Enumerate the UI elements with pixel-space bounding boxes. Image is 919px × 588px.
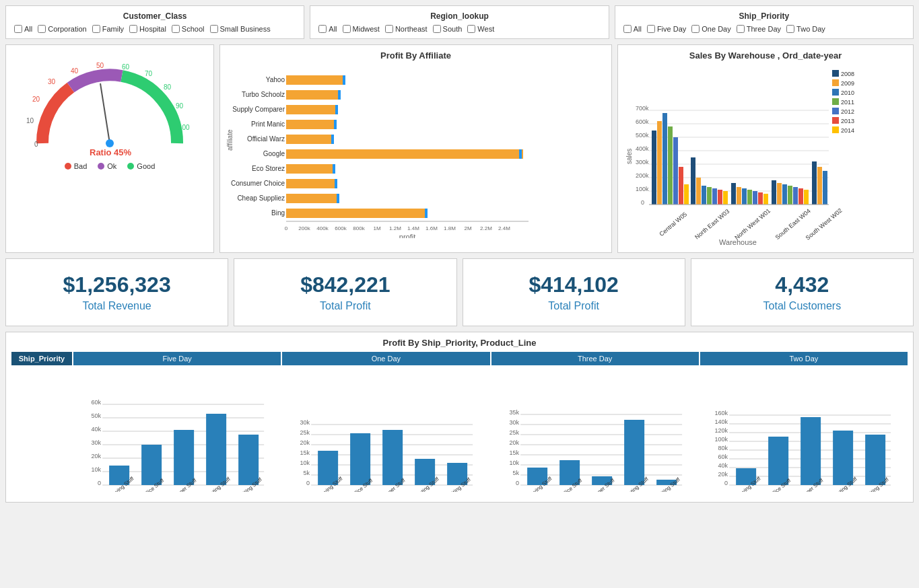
warehouse-title: Sales By Warehouse , Ord_date-year [623,50,908,61]
svg-rect-26 [334,120,337,129]
svg-text:500k: 500k [636,132,649,139]
filter-all-ship[interactable]: All [623,25,642,33]
svg-text:60k: 60k [92,399,102,406]
one-day-chart: 0 5k 10k 15k 20k 25k 30k [281,368,489,497]
svg-text:600k: 600k [335,225,347,231]
svg-rect-95 [673,137,678,205]
svg-rect-23 [335,105,338,114]
filter-west[interactable]: West [467,25,494,33]
svg-rect-102 [712,188,717,205]
svg-text:400k: 400k [636,145,649,152]
svg-text:2.4M: 2.4M [498,225,510,231]
five-day-chart: 0 10k 20k 30k 40k 50k 60k [72,368,281,497]
svg-text:25k: 25k [509,429,519,436]
svg-text:60: 60 [122,63,130,71]
filter-one-day[interactable]: One Day [691,25,730,33]
svg-text:Bing: Bing [271,209,285,217]
svg-text:30: 30 [48,78,56,85]
svg-text:10: 10 [26,117,34,124]
svg-text:2008: 2008 [841,71,854,77]
filter-school[interactable]: School [172,25,205,33]
legend-good: Good [127,162,155,170]
svg-text:0: 0 [306,480,310,486]
svg-text:0: 0 [285,225,288,231]
three-day-chart: 0 5k 10k 15k 20k 25k 30k 35k [490,368,699,497]
svg-text:Eco Storez: Eco Storez [252,165,285,172]
filter-corporation[interactable]: Corporation [38,25,86,33]
svg-rect-20 [338,90,341,100]
svg-text:40: 40 [71,67,79,75]
svg-rect-146 [206,414,226,485]
kpi-profit2-value: $414,102 [474,272,674,297]
svg-text:North East W03: North East W03 [693,208,730,240]
svg-rect-29 [331,135,334,144]
svg-text:1.8M: 1.8M [444,225,456,231]
filter-all-region[interactable]: All [318,25,337,33]
svg-text:0: 0 [98,480,101,486]
svg-text:0: 0 [516,480,519,486]
svg-text:Consumer Choice: Consumer Choice [231,180,285,187]
svg-text:70: 70 [145,70,153,77]
svg-rect-28 [286,135,333,144]
five-day-header: Five Day [73,352,281,365]
filter-northeast[interactable]: Northeast [385,25,428,33]
kpi-profit1-value: $842,221 [245,272,445,297]
filter-small-business[interactable]: Small Business [210,25,271,33]
svg-text:100k: 100k [714,436,728,443]
svg-text:sales: sales [625,149,633,164]
filter-all-cc[interactable]: All [14,25,32,33]
region-title: Region_lookup [318,11,600,21]
svg-text:40k: 40k [718,462,728,469]
two-day-header: Two Day [700,352,908,365]
one-day-header: One Day [282,352,489,365]
svg-text:2010: 2010 [841,89,854,96]
svg-rect-66 [832,98,839,105]
svg-text:160k: 160k [714,410,728,416]
kpi-customers-value: 4,432 [702,272,902,297]
svg-rect-92 [657,121,662,205]
svg-text:50k: 50k [92,412,102,419]
svg-text:Cheap Suppliez: Cheap Suppliez [237,194,285,202]
svg-text:5k: 5k [304,470,310,476]
filter-south[interactable]: South [433,25,463,33]
svg-text:20k: 20k [509,439,519,446]
svg-rect-94 [668,126,673,205]
svg-text:10k: 10k [300,460,310,466]
filter-family[interactable]: Family [92,25,124,33]
filter-hospital[interactable]: Hospital [129,25,166,33]
filter-midwest[interactable]: Midwest [343,25,380,33]
svg-rect-106 [737,187,741,205]
legend-ok: Ok [98,162,116,170]
five-day-svg: 0 10k 20k 30k 40k 50k 60k [75,371,278,492]
gauge-legend: Bad Ok Good [65,162,156,170]
svg-text:20k: 20k [718,471,728,478]
svg-text:15k: 15k [509,449,519,456]
svg-text:2014: 2014 [841,127,854,134]
svg-text:10k: 10k [509,460,519,466]
filter-three-day[interactable]: Three Day [737,25,781,33]
profit-affiliate-title: Profit By Affiliate [226,50,606,61]
svg-text:0: 0 [641,199,644,206]
filter-two-day[interactable]: Two Day [786,25,825,33]
profit-by-affiliate-chart: Profit By Affiliate affiliate Yahoo Turb… [219,44,612,253]
svg-text:600k: 600k [636,118,649,125]
svg-rect-108 [747,190,752,205]
svg-rect-147 [238,435,259,485]
filter-row: Customer_Class All Corporation Family Ho… [0,0,919,44]
svg-text:30k: 30k [509,419,519,426]
two-day-chart: 0 20k 40k 60k 80k 100k 120k 140k 160k [699,368,908,497]
svg-text:Google: Google [263,150,285,157]
svg-text:30k: 30k [92,439,102,446]
svg-text:1M: 1M [373,225,380,231]
svg-rect-111 [763,194,768,205]
svg-text:20k: 20k [300,439,310,446]
svg-rect-17 [343,75,345,85]
filter-five-day[interactable]: Five Day [647,25,686,33]
svg-rect-93 [662,113,667,205]
kpi-customers-label: Total Customers [702,300,902,312]
charts-row: 0 10 20 30 40 50 60 70 80 90 100 Ratio 4… [0,44,919,258]
kpi-row: $1,256,323 Total Revenue $842,221 Total … [0,258,919,332]
svg-rect-38 [335,179,337,188]
good-dot [127,163,134,170]
legend-bad: Bad [65,162,88,170]
